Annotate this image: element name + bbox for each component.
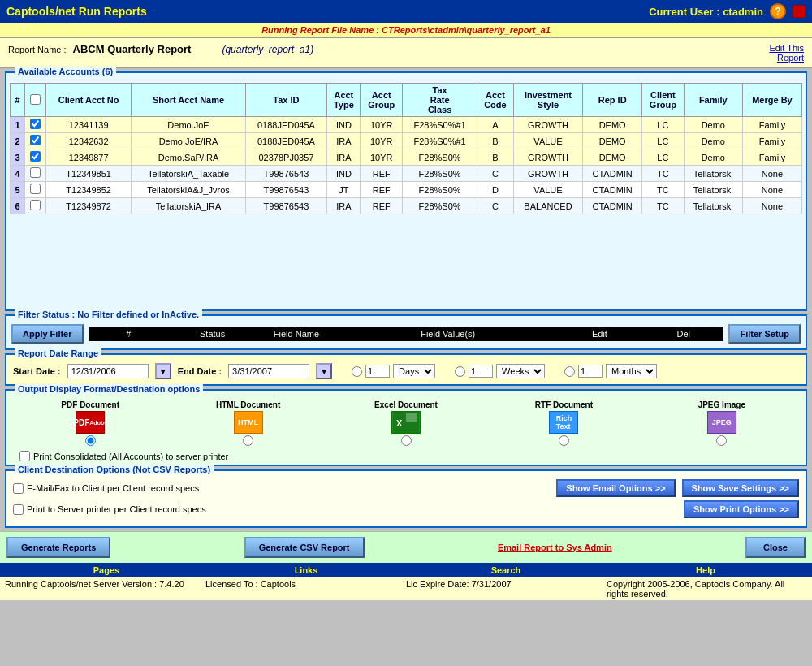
row-checkbox-cell[interactable]	[25, 166, 46, 182]
row-checkbox[interactable]	[30, 184, 41, 194]
pdf-icon: PDFAdobe	[76, 411, 105, 434]
row-rep-id: CTADMIN	[583, 166, 642, 182]
jpeg-label: JPEG Image	[698, 400, 745, 409]
end-date-dropdown[interactable]: ▼	[316, 363, 332, 379]
row-tax-id: T99876543	[245, 198, 327, 214]
row-num: 2	[11, 133, 25, 149]
help-button[interactable]: ?	[770, 3, 786, 19]
row-checkbox-cell[interactable]	[25, 149, 46, 166]
jpeg-radio[interactable]	[716, 435, 727, 446]
col-inv-style: InvestmentStyle	[513, 84, 583, 117]
row-inv-style: VALUE	[513, 182, 583, 198]
start-date-dropdown[interactable]: ▼	[155, 363, 171, 379]
generate-csv-button[interactable]: Generate CSV Report	[244, 537, 365, 558]
row-rep-id: DEMO	[583, 149, 642, 166]
row-merge-by: None	[742, 198, 801, 214]
row-checkbox-cell[interactable]	[25, 198, 46, 214]
footer-licensed: Licensed To : Captools	[205, 579, 406, 599]
print-server-text: Print to Server printer per Client recor…	[27, 504, 206, 514]
excel-label: Excel Document	[374, 400, 438, 409]
row-acct-no: 12349877	[45, 149, 132, 166]
dest-row-2: Print to Server printer per Client recor…	[13, 500, 799, 518]
row-num: 1	[11, 117, 25, 133]
filter-section: Filter Status : No Filter defined or InA…	[5, 314, 807, 350]
show-print-options-button[interactable]: Show Print Options >>	[684, 500, 799, 518]
report-name-value: ABCM Quarterly Report	[73, 43, 192, 55]
row-tax-rate: F28%S0%	[403, 198, 477, 214]
filter-setup-button[interactable]: Filter Setup	[728, 324, 801, 344]
row-acct-no: 12341139	[45, 117, 132, 133]
email-sysadmin-link[interactable]: Email Report to Sys Admin	[498, 543, 612, 552]
action-bar: Generate Reports Generate CSV Report Ema…	[0, 531, 812, 563]
close-button[interactable]: Close	[745, 537, 806, 558]
row-num: 4	[11, 166, 25, 182]
row-acct-code: C	[477, 198, 514, 214]
footer-help[interactable]: Help	[606, 565, 806, 575]
html-radio[interactable]	[243, 435, 253, 446]
edit-this-link[interactable]: Edit This Report	[769, 43, 804, 63]
col-client-group: ClientGroup	[642, 84, 685, 117]
months-radio[interactable]	[564, 366, 575, 377]
row-checkbox[interactable]	[30, 200, 41, 210]
table-row: 2 12342632 Demo.JoE/IRA 0188JED045A IRA …	[11, 133, 802, 149]
filter-section-title: Filter Status : No Filter defined or InA…	[15, 309, 202, 319]
row-family: Tellatorski	[684, 182, 742, 198]
start-date-input[interactable]	[67, 364, 149, 378]
app-close-button[interactable]	[793, 5, 806, 18]
col-acct-group: AcctGroup	[361, 84, 403, 117]
months-unit-select[interactable]: Months	[606, 364, 657, 378]
row-acct-group: 10YR	[361, 133, 403, 149]
row-checkbox-cell[interactable]	[25, 117, 46, 133]
generate-reports-button[interactable]: Generate Reports	[6, 537, 110, 558]
email-fax-checkbox[interactable]	[13, 483, 24, 494]
row-merge-by: Family	[742, 133, 801, 149]
dest-row-1: E-Mail/Fax to Client per Client record s…	[13, 479, 799, 497]
output-option-html: HTML Document HTML	[169, 399, 326, 448]
row-checkbox[interactable]	[30, 119, 41, 129]
pdf-radio[interactable]	[85, 435, 96, 446]
apply-filter-button[interactable]: Apply Filter	[11, 324, 84, 344]
footer-pages[interactable]: Pages	[6, 565, 206, 575]
days-spin[interactable]	[365, 365, 390, 378]
filter-col-field-name: Field Name	[262, 329, 330, 339]
days-unit-select[interactable]: Days	[393, 364, 435, 378]
pdf-label: PDF Document	[61, 400, 119, 409]
weeks-unit-select[interactable]: Weeks	[496, 364, 545, 378]
html-label: HTML Document	[216, 400, 280, 409]
months-spin[interactable]	[578, 365, 603, 378]
show-email-options-button[interactable]: Show Email Options >>	[556, 479, 675, 497]
weeks-spin[interactable]	[469, 365, 493, 378]
col-rep-id: Rep ID	[583, 84, 642, 117]
show-save-settings-button[interactable]: Show Save Settings >>	[682, 479, 799, 497]
row-merge-by: Family	[742, 149, 801, 166]
row-checkbox-cell[interactable]	[25, 133, 46, 149]
footer-links[interactable]: Links	[206, 565, 406, 575]
row-checkbox[interactable]	[30, 135, 41, 145]
row-tax-id: 0188JED045A	[245, 133, 327, 149]
end-date-input[interactable]	[228, 364, 309, 378]
row-client-group: LC	[642, 133, 685, 149]
row-checkbox[interactable]	[30, 151, 41, 162]
months-radio-group: Months	[564, 364, 657, 378]
row-acct-group: REF	[361, 166, 403, 182]
row-acct-no: T12349872	[45, 198, 132, 214]
rtf-radio[interactable]	[559, 435, 569, 446]
row-acct-group: REF	[361, 198, 403, 214]
row-checkbox-cell[interactable]	[25, 182, 46, 198]
footer-search[interactable]: Search	[406, 565, 606, 575]
col-acct-type: AcctType	[327, 84, 361, 117]
output-section-title: Output Display Format/Destination option…	[15, 384, 203, 394]
row-checkbox[interactable]	[30, 167, 41, 178]
print-server-checkbox[interactable]	[13, 504, 24, 515]
row-acct-group: REF	[361, 182, 403, 198]
days-radio[interactable]	[352, 366, 362, 377]
row-family: Tellatorski	[684, 166, 742, 182]
weeks-radio[interactable]	[455, 366, 465, 377]
col-checkbox[interactable]	[25, 84, 46, 117]
excel-radio[interactable]	[401, 435, 412, 446]
filter-table-header: # Status Field Name Field Value(s) Edit …	[89, 327, 724, 341]
row-inv-style: GROWTH	[513, 117, 583, 133]
print-consolidated-checkbox[interactable]	[19, 451, 30, 461]
accounts-inner[interactable]: # Client Acct No Short Acct Name Tax ID …	[6, 73, 806, 309]
select-all-checkbox[interactable]	[30, 94, 41, 105]
